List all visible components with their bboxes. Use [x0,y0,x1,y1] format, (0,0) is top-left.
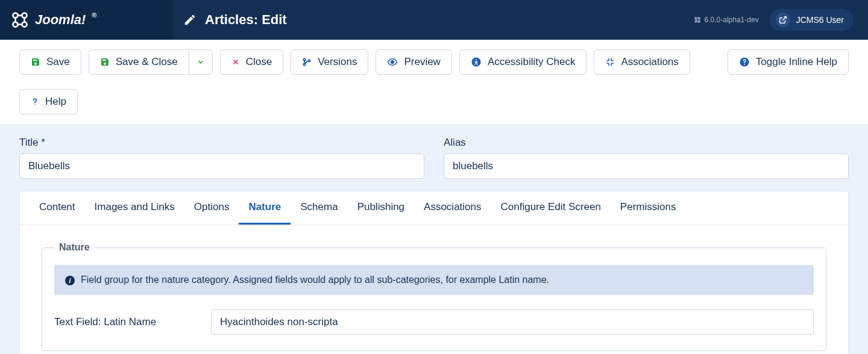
latin-name-input[interactable] [211,309,814,335]
help-button[interactable]: Help [19,89,78,114]
brand-registered: ® [92,11,96,19]
associations-button[interactable]: Associations [594,49,690,75]
tab-configure-edit[interactable]: Configure Edit Screen [491,191,611,225]
version-indicator[interactable]: 6.0.0-alpha1-dev [694,16,759,24]
latin-name-label: Text Field: Latin Name [54,316,199,328]
tab-associations[interactable]: Associations [414,191,491,225]
svg-point-2 [13,22,18,27]
save-icon [31,57,40,67]
svg-point-9 [304,63,306,65]
joomla-mini-icon [694,16,701,23]
user-menu[interactable]: JCMS6 User [770,9,854,31]
tab-content[interactable]: Content [30,191,85,225]
question-circle-icon [739,57,750,67]
chevron-down-icon [197,58,205,66]
preview-button[interactable]: Preview [376,49,451,75]
tab-images-links[interactable]: Images and Links [85,191,184,225]
svg-point-11 [391,61,394,64]
svg-point-16 [34,104,36,105]
nature-fieldset: Nature i Field group for the nature cate… [42,242,826,351]
latin-name-row: Text Field: Latin Name [54,309,814,335]
save-close-group: Save & Close [89,49,213,75]
versions-button[interactable]: Versions [291,49,368,75]
title-input[interactable] [19,154,424,179]
svg-point-10 [309,60,310,61]
title-alias-row: Title * Alias [19,137,849,179]
content-area: Title * Alias ContentImages and LinksOpt… [0,125,868,354]
svg-point-7 [698,20,700,22]
accessibility-icon [471,57,482,67]
alias-label: Alias [444,137,849,149]
tab-permissions[interactable]: Permissions [611,191,686,225]
external-link-icon [776,13,790,27]
joomla-logo-icon [11,11,29,29]
tab-nature[interactable]: Nature [239,191,291,225]
save-close-dropdown[interactable] [189,49,213,75]
save-icon [100,57,110,67]
header-right: 6.0.0-alpha1-dev JCMS6 User [694,9,868,31]
svg-point-0 [13,13,18,18]
nature-info-box: i Field group for the nature category. A… [54,265,814,295]
branch-icon [302,57,312,67]
tab-pane-nature: Nature i Field group for the nature cate… [20,225,848,354]
pencil-icon [183,13,197,26]
svg-point-1 [22,13,27,18]
close-icon [231,58,240,66]
page-title-bar: Articles: Edit [174,12,694,28]
title-label: Title * [19,137,424,149]
top-header: Joomla! ® Articles: Edit 6.0.0-alpha1-de… [0,0,868,40]
svg-point-8 [304,58,306,60]
svg-point-3 [22,22,27,27]
svg-point-15 [744,64,745,65]
eye-icon [387,57,398,67]
alias-input[interactable] [444,154,849,179]
user-name: JCMS6 User [796,15,844,25]
tabs-panel: ContentImages and LinksOptionsNatureSche… [19,191,849,354]
tab-options[interactable]: Options [184,191,239,225]
question-icon [31,96,39,107]
svg-point-4 [695,17,697,19]
title-field: Title * [19,137,424,179]
svg-point-6 [695,20,697,22]
tab-schema[interactable]: Schema [291,191,347,225]
tab-publishing[interactable]: Publishing [348,191,414,225]
svg-point-5 [698,17,700,19]
accessibility-button[interactable]: Accessibility Check [459,49,587,75]
contract-icon [605,57,615,67]
alias-field: Alias [444,137,849,179]
toggle-inline-help-button[interactable]: Toggle Inline Help [728,49,849,75]
close-button[interactable]: Close [220,49,283,75]
nature-legend: Nature [54,242,95,253]
save-close-button[interactable]: Save & Close [89,49,189,75]
info-icon: i [65,276,75,285]
save-button[interactable]: Save [19,49,81,75]
page-title: Articles: Edit [205,12,287,28]
brand-name: Joomla! [35,12,86,28]
nature-info-text: Field group for the nature category. Ass… [81,275,549,285]
tabs-bar: ContentImages and LinksOptionsNatureSche… [20,191,848,225]
svg-point-13 [476,59,477,60]
toolbar: Save Save & Close Close Versions Prev [0,40,868,125]
version-text: 6.0.0-alpha1-dev [705,16,759,24]
brand[interactable]: Joomla! ® [0,0,174,40]
